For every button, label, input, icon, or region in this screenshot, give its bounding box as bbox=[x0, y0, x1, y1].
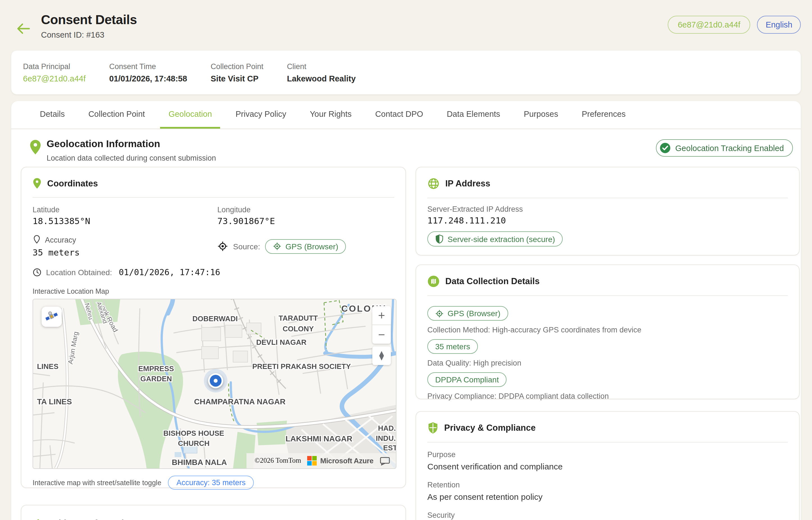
summary-field-value: Lakewood Reality bbox=[287, 74, 356, 83]
accuracy-pin-icon bbox=[32, 235, 41, 245]
tab-geolocation[interactable]: Geolocation bbox=[160, 101, 220, 129]
data-principal-badge[interactable]: 6e87@21d0.a44f bbox=[668, 16, 751, 34]
card-title: Coordinates bbox=[47, 178, 98, 188]
map-place-label: EST. bbox=[383, 444, 396, 452]
server-extraction-badge-label: Server-side extraction (secure) bbox=[448, 234, 555, 243]
back-button[interactable] bbox=[16, 23, 30, 35]
privacy-rows: PurposeConsent verification and complian… bbox=[416, 442, 799, 520]
summary-field-value: 01/01/2026, 17:48:58 bbox=[109, 74, 187, 83]
tab-contact-dpo[interactable]: Contact DPO bbox=[367, 101, 431, 129]
address-information-card: Address Information bbox=[21, 505, 406, 520]
map-place-label: TA LINES bbox=[37, 397, 72, 406]
tab-purposes[interactable]: Purposes bbox=[515, 101, 567, 129]
consent-id: Consent ID: #163 bbox=[41, 30, 104, 39]
globe-icon bbox=[427, 178, 440, 190]
tab-privacy-policy[interactable]: Privacy Policy bbox=[227, 101, 295, 129]
location-pin-icon bbox=[32, 178, 42, 189]
summary-field-label: Consent Time bbox=[109, 62, 187, 71]
map-place-label: INDU. bbox=[376, 434, 396, 442]
card-title: Address Information bbox=[49, 518, 134, 520]
collection-badge-label: GPS (Browser) bbox=[448, 309, 500, 318]
latitude-value: 18.513385°N bbox=[32, 216, 217, 226]
map-canvas: DOBERWADITARADUTTCOLONYCOLONYDEVLI NAGAR… bbox=[33, 299, 396, 468]
compass-button[interactable] bbox=[372, 346, 391, 365]
summary-field: Data Principal6e87@21d0.a44f bbox=[23, 62, 86, 83]
back-arrow-icon bbox=[16, 23, 30, 35]
tab-details[interactable]: Details bbox=[31, 101, 73, 129]
latitude-label: Latitude bbox=[32, 206, 217, 214]
language-selector[interactable]: English bbox=[757, 16, 801, 34]
collection-badge-label: 35 meters bbox=[435, 342, 470, 351]
summary-field: ClientLakewood Reality bbox=[287, 62, 356, 83]
zoom-out-button[interactable]: − bbox=[372, 325, 391, 344]
location-obtained-field: Location Obtained: 01/01/2026, 17:47:16 bbox=[21, 258, 405, 278]
collection-description: Collection Method: High-accuracy GPS coo… bbox=[427, 326, 788, 334]
privacy-row-value: As per consent retention policy bbox=[427, 492, 788, 501]
ip-value: 117.248.111.210 bbox=[427, 216, 788, 226]
map-zoom-controls: + − bbox=[372, 306, 391, 344]
privacy-row-label: Purpose bbox=[427, 450, 788, 459]
compass-needle-icon bbox=[377, 350, 386, 361]
tab-collection-point[interactable]: Collection Point bbox=[80, 101, 154, 129]
summary-field: Collection PointSite Visit CP bbox=[211, 62, 263, 83]
page-header: Consent Details Consent ID: #163 6e87@21… bbox=[11, 8, 801, 47]
tab-your-rights[interactable]: Your Rights bbox=[301, 101, 360, 129]
page-title: Consent Details bbox=[41, 12, 137, 27]
section-title: Geolocation Information bbox=[47, 138, 160, 150]
map-place-label: EMPRESS bbox=[138, 364, 174, 373]
privacy-row-value: Consent verification and compliance bbox=[427, 462, 788, 471]
check-circle-icon bbox=[659, 142, 671, 154]
feedback-bubble-icon[interactable] bbox=[379, 456, 390, 465]
zoom-in-button[interactable]: + bbox=[372, 306, 391, 324]
collection-badge: GPS (Browser) bbox=[427, 306, 508, 321]
map-place-label: BHIMBA NALA bbox=[172, 458, 227, 467]
map-place-label: COLONY bbox=[283, 324, 314, 333]
map-place-label: BISHOPS HOUSE bbox=[163, 429, 224, 438]
collection-badge: 35 meters bbox=[427, 339, 478, 354]
summary-field-label: Collection Point bbox=[211, 62, 263, 71]
satellite-toggle-button[interactable] bbox=[42, 307, 62, 327]
map-accuracy-badge: Accuracy: 35 meters bbox=[168, 476, 254, 490]
map-place-label: CHAMPARATNA NAGAR bbox=[194, 397, 286, 406]
ip-label: Server-Extracted IP Address bbox=[427, 205, 788, 213]
map-place-label: DOBERWADI bbox=[192, 314, 238, 323]
tab-bar: DetailsCollection PointGeolocationPrivac… bbox=[11, 101, 801, 129]
gps-source-badge: GPS (Browser) bbox=[265, 239, 346, 254]
clock-icon bbox=[32, 268, 42, 277]
map-place-label: HAD. bbox=[378, 424, 396, 433]
map-place-label: LINES bbox=[37, 362, 59, 371]
longitude-field: Longitude 73.901867°E bbox=[217, 206, 394, 226]
collection-description: Data Quality: High precision bbox=[427, 359, 788, 367]
summary-field-value[interactable]: 6e87@21d0.a44f bbox=[23, 74, 86, 83]
consent-detail-panel: DetailsCollection PointGeolocationPrivac… bbox=[11, 101, 801, 520]
card-title: Data Collection Details bbox=[445, 276, 540, 286]
privacy-row: RetentionAs per consent retention policy bbox=[427, 481, 788, 501]
privacy-row-label: Security bbox=[427, 511, 788, 519]
longitude-value: 73.901867°E bbox=[217, 216, 394, 226]
tab-preferences[interactable]: Preferences bbox=[573, 101, 634, 129]
collection-badge-label: DPDPA Compliant bbox=[435, 375, 499, 384]
location-pin-icon bbox=[29, 139, 42, 157]
tomtom-attribution: ©2026 TomTom bbox=[255, 457, 301, 465]
map-globe-icon bbox=[427, 275, 440, 287]
privacy-row: PurposeConsent verification and complian… bbox=[427, 450, 788, 471]
map-place-label: PREETI PRAKASH SOCIETY bbox=[252, 362, 351, 371]
accuracy-field: Accuracy 35 meters bbox=[32, 235, 217, 258]
summary-field-label: Client bbox=[287, 62, 356, 71]
consent-summary-card: Data Principal6e87@21d0.a44fConsent Time… bbox=[11, 51, 801, 94]
card-title: Privacy & Compliance bbox=[444, 423, 536, 433]
azure-attribution: Microsoft Azure bbox=[320, 457, 374, 465]
interactive-map[interactable]: DOBERWADITARADUTTCOLONYCOLONYDEVLI NAGAR… bbox=[32, 299, 396, 469]
shield-icon bbox=[427, 422, 439, 434]
map-caption: Interactive map with street/satellite to… bbox=[32, 479, 161, 487]
house-icon bbox=[32, 518, 44, 520]
summary-field: Consent Time01/01/2026, 17:48:58 bbox=[109, 62, 187, 83]
geolocation-status-badge: Geolocation Tracking Enabled bbox=[656, 139, 793, 157]
source-label: Source: bbox=[233, 242, 260, 251]
satellite-icon bbox=[44, 309, 59, 324]
tab-data-elements[interactable]: Data Elements bbox=[438, 101, 508, 129]
collection-description: Privacy Compliance: DPDPA compliant data… bbox=[427, 392, 788, 400]
crosshair-icon bbox=[217, 241, 228, 252]
crosshair-icon bbox=[435, 309, 444, 317]
longitude-label: Longitude bbox=[217, 206, 394, 214]
